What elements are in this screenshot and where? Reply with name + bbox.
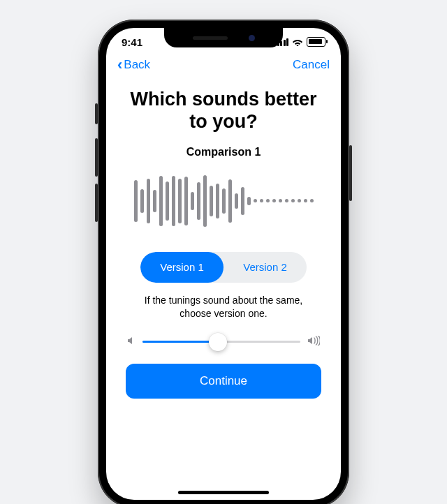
version-1-option[interactable]: Version 1 <box>140 252 224 283</box>
volume-slider[interactable] <box>127 336 320 348</box>
volume-high-icon <box>307 336 320 348</box>
back-label: Back <box>124 58 150 72</box>
side-button <box>349 145 352 201</box>
side-button <box>95 138 98 177</box>
side-button <box>95 103 98 124</box>
comparison-label: Comparison 1 <box>123 146 324 158</box>
screen: 9:41 ‹ Back Cancel Which sounds better <box>106 28 341 500</box>
waveform <box>123 170 324 232</box>
version-2-option[interactable]: Version 2 <box>224 252 307 283</box>
wifi-icon <box>292 38 303 46</box>
status-time: 9:41 <box>122 36 142 48</box>
content: Which sounds better to you? Comparison 1… <box>106 78 341 500</box>
home-indicator[interactable] <box>178 491 269 494</box>
slider-thumb[interactable] <box>209 333 227 351</box>
hint-text: If the tunings sound about the same, cho… <box>135 294 312 320</box>
back-button[interactable]: ‹ Back <box>117 57 150 73</box>
chevron-left-icon: ‹ <box>117 57 122 73</box>
nav-bar: ‹ Back Cancel <box>106 56 341 78</box>
notch <box>164 28 283 47</box>
side-button <box>95 184 98 222</box>
volume-low-icon <box>127 336 135 348</box>
slider-track[interactable] <box>142 341 300 343</box>
slider-fill <box>142 341 218 343</box>
cancel-button[interactable]: Cancel <box>293 58 330 72</box>
version-segmented-control[interactable]: Version 1 Version 2 <box>140 252 307 283</box>
cancel-label: Cancel <box>293 58 330 71</box>
continue-button[interactable]: Continue <box>126 364 321 399</box>
phone-frame: 9:41 ‹ Back Cancel Which sounds better <box>98 20 349 504</box>
battery-icon <box>307 37 325 47</box>
page-title: Which sounds better to you? <box>130 88 317 133</box>
